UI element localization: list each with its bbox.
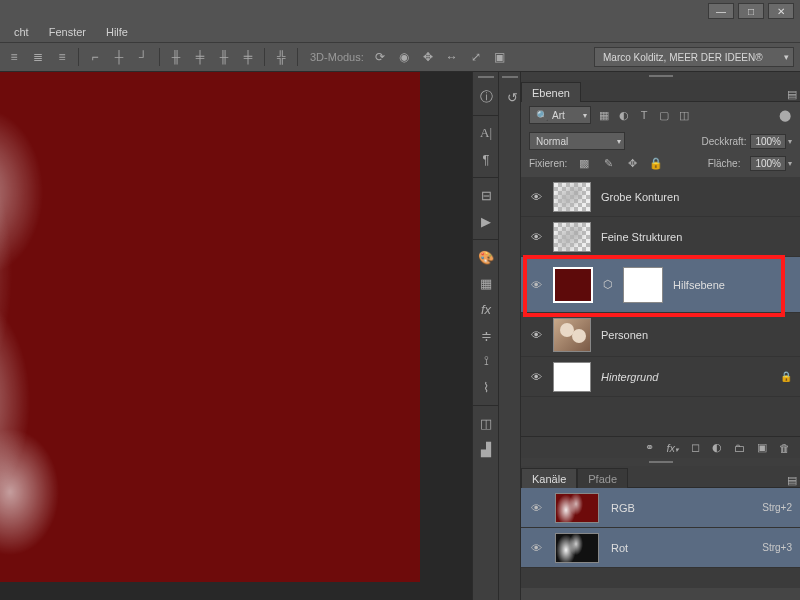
play-icon[interactable]: ▶ xyxy=(473,208,499,234)
tab-kanaele[interactable]: Kanäle xyxy=(521,468,577,488)
3d-rotate-icon[interactable]: ⟳ xyxy=(372,49,388,65)
close-button[interactable]: ✕ xyxy=(768,3,794,19)
trash-icon[interactable]: 🗑 xyxy=(779,442,790,454)
align-top-icon[interactable]: ⌐ xyxy=(87,49,103,65)
layer-row[interactable]: 👁 Personen xyxy=(521,313,800,357)
document-canvas[interactable] xyxy=(0,72,420,582)
link-layers-icon[interactable]: ⚭ xyxy=(645,441,654,454)
link-icon[interactable]: ⬡ xyxy=(603,278,613,291)
mask-icon[interactable]: ◻ xyxy=(691,441,700,454)
swatches-icon[interactable]: 🎨 xyxy=(473,244,499,270)
align-icon[interactable]: ≡ xyxy=(6,49,22,65)
character-icon[interactable]: A| xyxy=(473,120,499,146)
menu-item-fenster[interactable]: Fenster xyxy=(39,24,96,40)
align-icon[interactable]: ≡ xyxy=(54,49,70,65)
layer-thumbnail[interactable] xyxy=(553,267,593,303)
panel-grip[interactable] xyxy=(521,72,800,80)
layer-row-selected[interactable]: 👁 ⬡ Hilfsebene xyxy=(521,257,800,313)
lock-transparent-icon[interactable]: ▩ xyxy=(577,157,591,171)
group-icon[interactable]: 🗀 xyxy=(734,442,745,454)
styles-icon[interactable]: fx xyxy=(473,296,499,322)
3d-slide-icon[interactable]: ↔ xyxy=(444,49,460,65)
info-icon[interactable]: ⓘ xyxy=(473,84,499,110)
workspace-dropdown[interactable]: Marco Kolditz, MEER DER IDEEN® xyxy=(594,47,794,67)
layer-name[interactable]: Personen xyxy=(601,329,648,341)
channels-list: 👁 RGB Strg+2 👁 Rot Strg+3 xyxy=(521,488,800,588)
align-icon[interactable]: ≣ xyxy=(30,49,46,65)
layer-row[interactable]: 👁 Feine Strukturen xyxy=(521,217,800,257)
adjustment-icon[interactable]: ◐ xyxy=(712,441,722,454)
tab-ebenen[interactable]: Ebenen xyxy=(521,82,581,102)
menu-item[interactable]: cht xyxy=(4,24,39,40)
panel-menu-icon[interactable]: ▤ xyxy=(784,88,800,101)
properties-icon[interactable]: ⟟ xyxy=(473,348,499,374)
visibility-icon[interactable]: 👁 xyxy=(529,329,543,341)
lock-position-icon[interactable]: ✥ xyxy=(625,157,639,171)
filter-pixel-icon[interactable]: ▦ xyxy=(597,108,611,122)
visibility-icon[interactable]: 👁 xyxy=(529,502,543,514)
lock-label: Fixieren: xyxy=(529,158,567,169)
fill-input[interactable]: 100%▾ xyxy=(750,156,792,171)
lock-paint-icon[interactable]: ✎ xyxy=(601,157,615,171)
brush-icon[interactable]: ⌇ xyxy=(473,374,499,400)
distribute-icon[interactable]: ╪ xyxy=(240,49,256,65)
fx-icon[interactable]: fx▾ xyxy=(666,442,679,454)
3d-camera-icon[interactable]: ▣ xyxy=(492,49,508,65)
layer-filter-dropdown[interactable]: 🔍Art xyxy=(529,106,591,124)
navigator-icon[interactable]: ◫ xyxy=(473,410,499,436)
new-layer-icon[interactable]: ▣ xyxy=(757,441,767,454)
layer-thumbnail[interactable] xyxy=(553,182,591,212)
layer-name[interactable]: Hintergrund xyxy=(601,371,658,383)
visibility-icon[interactable]: 👁 xyxy=(529,371,543,383)
layer-row[interactable]: 👁 Grobe Konturen xyxy=(521,177,800,217)
channel-name: Rot xyxy=(611,542,628,554)
3d-pan-icon[interactable]: ✥ xyxy=(420,49,436,65)
visibility-icon[interactable]: 👁 xyxy=(529,542,543,554)
layer-mask-thumbnail[interactable] xyxy=(623,267,663,303)
visibility-icon[interactable]: 👁 xyxy=(529,279,543,291)
opacity-input[interactable]: 100%▾ xyxy=(750,134,792,149)
distribute-icon[interactable]: ╫ xyxy=(168,49,184,65)
adjustments-icon[interactable]: ≑ xyxy=(473,322,499,348)
minimize-button[interactable]: — xyxy=(708,3,734,19)
tab-pfade[interactable]: Pfade xyxy=(577,468,628,488)
panel-menu-icon[interactable]: ▤ xyxy=(784,474,800,487)
filter-type-icon[interactable]: T xyxy=(637,108,651,122)
align-bottom-icon[interactable]: ┘ xyxy=(135,49,151,65)
actions-icon[interactable]: ⊟ xyxy=(473,182,499,208)
menu-item-hilfe[interactable]: Hilfe xyxy=(96,24,138,40)
separator xyxy=(78,48,79,66)
filter-shape-icon[interactable]: ▢ xyxy=(657,108,671,122)
layer-name[interactable]: Feine Strukturen xyxy=(601,231,682,243)
layer-row[interactable]: 👁 Hintergrund 🔒 xyxy=(521,357,800,397)
layer-thumbnail[interactable] xyxy=(553,362,591,392)
visibility-icon[interactable]: 👁 xyxy=(529,191,543,203)
filter-toggle[interactable]: ⬤ xyxy=(778,108,792,122)
filter-smart-icon[interactable]: ◫ xyxy=(677,108,691,122)
3d-scale-icon[interactable]: ⤢ xyxy=(468,49,484,65)
canvas-area[interactable] xyxy=(0,72,472,600)
lock-all-icon[interactable]: 🔒 xyxy=(649,157,663,171)
channel-thumbnail[interactable] xyxy=(555,493,599,523)
panel-grip[interactable] xyxy=(521,458,800,466)
paragraph-icon[interactable]: ¶ xyxy=(473,146,499,172)
channel-thumbnail[interactable] xyxy=(555,533,599,563)
distribute-icon[interactable]: ╫ xyxy=(216,49,232,65)
blend-mode-dropdown[interactable]: Normal xyxy=(529,132,625,150)
color-icon[interactable]: ▦ xyxy=(473,270,499,296)
title-bar: — □ ✕ xyxy=(0,0,800,22)
layer-thumbnail[interactable] xyxy=(553,318,591,352)
distribute-icon[interactable]: ╬ xyxy=(273,49,289,65)
channel-row[interactable]: 👁 Rot Strg+3 xyxy=(521,528,800,568)
layer-name[interactable]: Hilfsebene xyxy=(673,279,725,291)
channel-row[interactable]: 👁 RGB Strg+2 xyxy=(521,488,800,528)
layer-thumbnail[interactable] xyxy=(553,222,591,252)
maximize-button[interactable]: □ xyxy=(738,3,764,19)
histogram-icon[interactable]: ▟ xyxy=(473,436,499,462)
layer-name[interactable]: Grobe Konturen xyxy=(601,191,679,203)
filter-adjust-icon[interactable]: ◐ xyxy=(617,108,631,122)
align-middle-icon[interactable]: ┼ xyxy=(111,49,127,65)
3d-roll-icon[interactable]: ◉ xyxy=(396,49,412,65)
distribute-icon[interactable]: ╪ xyxy=(192,49,208,65)
visibility-icon[interactable]: 👁 xyxy=(529,231,543,243)
